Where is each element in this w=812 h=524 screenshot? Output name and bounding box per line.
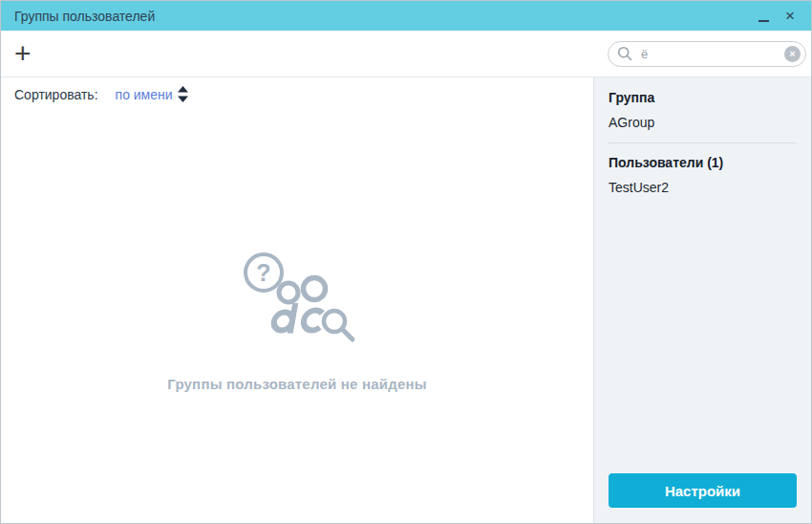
empty-state-message: Группы пользователей не найдены	[167, 376, 426, 392]
user-groups-window: Группы пользователей × + ×	[0, 0, 812, 524]
titlebar: Группы пользователей ×	[1, 1, 811, 31]
window-controls: ×	[752, 4, 801, 29]
user-item[interactable]: TestUser2	[609, 180, 797, 195]
search-icon	[617, 46, 632, 61]
close-icon: ×	[785, 8, 795, 24]
minimize-button[interactable]	[752, 4, 775, 29]
search-box[interactable]: ×	[608, 41, 806, 67]
clear-search-button[interactable]: ×	[784, 46, 801, 62]
users-section-header: Пользователи (1)	[609, 155, 797, 170]
sort-label: Сортировать:	[14, 87, 98, 102]
details-panel: Группа AGroup Пользователи (1) TestUser2…	[593, 77, 811, 523]
empty-state: ? Группы пользователей не найдены	[1, 107, 593, 523]
panel-spacer	[609, 197, 797, 473]
window-title: Группы пользователей	[14, 9, 155, 24]
minimize-icon	[759, 20, 769, 22]
add-group-button[interactable]: +	[14, 41, 39, 66]
group-item[interactable]: AGroup	[609, 115, 797, 130]
search-input[interactable]	[639, 46, 778, 62]
close-button[interactable]: ×	[779, 4, 801, 29]
window-body: Сортировать: по имени ?	[1, 77, 811, 523]
sort-row: Сортировать: по имени	[1, 77, 593, 107]
settings-button[interactable]: Настройки	[609, 473, 797, 508]
sort-by-dropdown[interactable]: по имени	[116, 87, 173, 102]
clear-search-icon: ×	[789, 49, 795, 59]
panel-divider	[609, 142, 797, 143]
no-groups-found-icon: ?	[225, 248, 369, 355]
group-section-header: Группа	[609, 90, 797, 105]
groups-list-area: Сортировать: по имени ?	[1, 77, 593, 523]
toolbar: + ×	[1, 31, 811, 77]
sort-direction-icon[interactable]	[178, 86, 188, 102]
question-mark-glyph: ?	[256, 259, 270, 286]
